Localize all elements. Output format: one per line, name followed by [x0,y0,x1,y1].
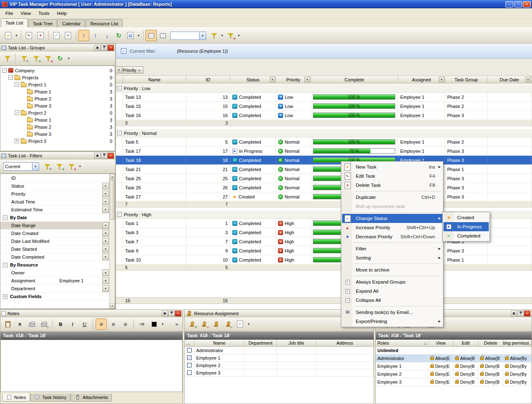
menu-item-expand-all[interactable]: +Expand All [342,286,442,296]
italic-button[interactable]: I [67,318,78,330]
pin-button[interactable] [168,311,175,316]
print-preview-button[interactable]: ○ [38,318,49,330]
filter-dropdown-icon[interactable]: ▼ [102,277,109,284]
add-filter-button[interactable]: + [54,161,65,172]
unassign-resources-button[interactable]: − [198,318,209,330]
expander-icon[interactable]: + [3,294,7,299]
task-row[interactable]: Task 1313✓Completed▼Low100 %Employee 1Ph… [116,93,532,102]
column-header-status[interactable]: Status▼ [230,76,276,83]
column-filter-icon[interactable]: ▼ [439,77,444,82]
filter-row-by-date[interactable]: −By Date [0,214,115,222]
filter-row-custom-fields[interactable]: +Custom Fields [0,293,115,301]
align-right-button[interactable]: ≡ [120,318,131,330]
filter-row-actual-time[interactable]: Actual Time▼ [0,198,115,206]
menu-item-completed[interactable]: ✓Completed [443,231,489,240]
close-button[interactable]: × [524,311,530,316]
export-button[interactable]: ▤ [125,30,136,41]
filter-dropdown-icon[interactable]: ▼ [102,230,109,237]
tree-node-project-2[interactable]: −Project 20 [0,109,115,116]
menu-item-collapse-all[interactable]: −Collapse All [342,296,442,305]
column-header-gutter[interactable] [116,76,123,83]
filter-select-combo[interactable]: Current▼ [3,162,39,171]
menu-item-roll-up-recurrence-task[interactable]: Roll up recurrence task [342,202,442,211]
resource-report-button[interactable]: ≡ [234,318,246,330]
task-row[interactable]: Task 55✓CompletedNormal100 %Employee 1Ph… [116,137,532,147]
menu-item-filter[interactable]: Filter▶ [342,244,442,253]
filter-row-date-completed[interactable]: Date Completed▼ [0,253,115,261]
close-button[interactable]: × [523,1,531,7]
permissions-column-header-edit[interactable]: Edit [453,340,478,346]
task-row[interactable]: Task 2626✓CompletedNormal100 %Employee 1… [116,183,532,192]
tree-node-phase-2[interactable]: Phase 23 [0,123,115,130]
column-header-assigned[interactable]: Assigned▼ [398,76,445,83]
combo-arrow-icon[interactable]: ▼ [199,32,206,39]
clear-group-filter-button[interactable]: × [42,53,54,64]
restore-button[interactable]: ▣ [162,311,168,316]
column-header-complete[interactable]: Complete [311,76,398,83]
bullet-list-button[interactable]: •≡ [136,318,148,330]
menu-item-sorting[interactable]: Sorting▶ [342,253,442,262]
scroll-up-icon[interactable]: ▲ [110,174,115,179]
permissions-column-header-roles[interactable]: Roles△ [376,340,429,346]
bold-button[interactable]: B [55,318,66,330]
edit-group-filter-button[interactable]: ✎ [18,53,30,64]
refresh-resources-button[interactable]: ✓ [222,318,234,330]
resource-properties-button[interactable] [210,318,222,330]
add-group-filter-button[interactable]: + [30,53,42,64]
tree-node-phase-1[interactable]: Phase 13 [0,88,115,95]
paste-button[interactable] [2,318,13,330]
font-color-button[interactable] [148,318,160,330]
combo-arrow-icon[interactable]: ▼ [32,163,39,170]
permission-row-employee-2[interactable]: Employee 2Deny(EDeny(BDeny(BDeny(By [376,370,532,378]
menu-item-created[interactable]: ★Created [443,213,489,222]
print-button[interactable] [26,318,37,330]
filter-row-owner[interactable]: Owner▼ [0,269,115,277]
filter-row-department[interactable]: Department▼ [0,285,115,293]
expander-icon[interactable]: + [15,139,19,143]
collapse-group-icon[interactable]: − [117,86,122,91]
notes-toolbar-overflow[interactable]: » [173,321,180,327]
expander-icon[interactable]: − [2,68,7,73]
filter-dropdown-icon[interactable]: ▼ [102,191,109,197]
permissions-column-header-view[interactable]: View [429,340,453,346]
maximize-button[interactable]: □ [514,1,522,7]
tree-node-phase-2[interactable]: Phase 23 [0,95,115,102]
task-row[interactable]: Task 1717▶In ProgressNormal70 %Employee … [116,147,532,156]
tree-node-phase-1[interactable]: Phase 13 [0,116,115,123]
view-scale-combo[interactable]: ▼ [170,32,206,40]
menu-help[interactable]: Help [53,9,71,17]
filter-dropdown-icon[interactable]: ▼ [102,254,109,260]
move-down-button[interactable]: ↓ [101,30,113,41]
resource-row-employee-3[interactable]: Employee 3 [185,369,374,377]
menu-tools[interactable]: Tools [34,9,53,17]
filter-dropdown-icon[interactable]: ▼ [102,198,109,205]
group-by-dropdown[interactable]: ▼ [116,66,122,73]
restore-button[interactable]: ▣ [94,45,101,51]
task-row[interactable]: Task 1515✓Completed▼Low100 %Employee 1Ph… [116,102,532,111]
filter-dropdown-icon[interactable]: ▼ [102,246,109,252]
underline-button[interactable]: U [79,318,90,330]
expander-icon[interactable]: − [8,75,13,80]
task-row[interactable]: Task 2525✓CompletedNormal100 %Employee 1… [116,174,532,183]
menu-item-change-status[interactable]: ✓Change Status▶ [342,214,442,223]
clear-filter-button[interactable]: × [225,30,236,41]
filter-row-status[interactable]: Status▼ [0,182,115,190]
assign-resources-button[interactable]: + [186,318,197,330]
groups-toolbar-dropdown[interactable]: ▼ [66,53,71,64]
tree-node-projects[interactable]: −Projects0 [0,74,115,81]
filters-scrollbar[interactable]: ▲ ▼ [109,174,115,309]
collapse-group-icon[interactable]: − [117,212,122,217]
resource-toolbar-dropdown[interactable]: ▼ [246,318,251,330]
close-button[interactable]: × [108,153,114,159]
permission-row-unlimited[interactable]: Unlimited [376,347,532,355]
menu-file[interactable]: File [2,9,17,17]
collapse-group-icon[interactable]: − [117,131,122,135]
column-filter-icon[interactable]: ▼ [270,77,275,82]
edit-filter-button[interactable]: ✎ [42,161,53,172]
tab-resource-list[interactable]: Resource List [86,19,123,27]
resource-checkbox[interactable] [187,370,192,375]
resource-checkbox[interactable] [187,348,192,353]
menu-item-in-progress[interactable]: ▶In Progress [443,222,489,231]
tree-node-company[interactable]: −Company0 [0,67,115,74]
font-color-dropdown[interactable]: ▼ [160,318,165,330]
